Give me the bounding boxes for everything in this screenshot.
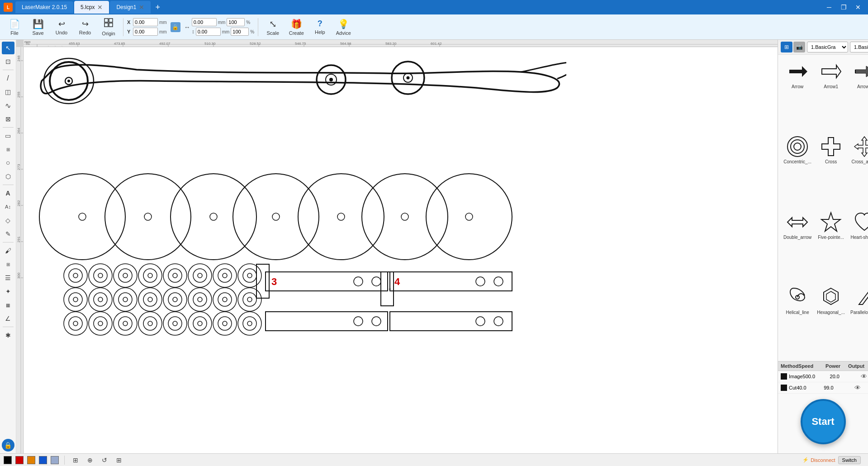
w-input[interactable]: [192, 18, 217, 26]
tool-table[interactable]: ▦: [2, 299, 14, 311]
color-red[interactable]: [15, 456, 24, 464]
tool-rect2[interactable]: ⊞: [2, 143, 14, 156]
tool-crop[interactable]: ⊠: [2, 113, 14, 125]
double-arrow-shape-icon: [786, 211, 809, 233]
shape-item-double-arrow[interactable]: Double_arrow: [782, 209, 813, 282]
svg-point-101: [143, 293, 157, 306]
file-button[interactable]: 📄 File: [4, 16, 25, 38]
shape-category-dropdown[interactable]: 1.BasicGra 1.BasicGra2: [807, 42, 848, 52]
bottom-tool-group[interactable]: ⊞: [70, 455, 81, 466]
tool-lock[interactable]: 🔒: [2, 439, 14, 452]
minimize-button[interactable]: ─: [823, 1, 835, 14]
disconnect-label: Disconnect: [811, 457, 835, 463]
tab-add-button[interactable]: +: [152, 1, 164, 14]
svg-text:264: 264: [17, 128, 21, 134]
svg-point-54: [79, 213, 86, 220]
shape-item-parallelogram[interactable]: Parallelogram: [849, 284, 868, 357]
shape-item-arrow2[interactable]: Arrow2: [849, 58, 868, 132]
tab-design-close[interactable]: ✕: [139, 4, 144, 11]
tool-rect[interactable]: ▭: [2, 129, 14, 142]
bottom-tool-grid2[interactable]: ⊞: [114, 455, 124, 466]
shape-type-dropdown[interactable]: 1.Basic 2.Advanced: [850, 42, 868, 52]
tool-select[interactable]: ↖: [2, 42, 14, 54]
help-button[interactable]: ? Help: [309, 16, 331, 38]
grid-view-button[interactable]: ⊞: [781, 42, 792, 52]
bottom-tool-rotate[interactable]: ↺: [99, 455, 110, 466]
tool-text2[interactable]: A↕: [2, 200, 14, 213]
advice-button[interactable]: 💡 Advice: [332, 16, 354, 38]
tool-line[interactable]: /: [2, 72, 14, 85]
tool-move[interactable]: ✦: [2, 285, 14, 298]
shape-item-arrow[interactable]: Arrow: [782, 58, 813, 132]
origin-button[interactable]: Origin: [98, 16, 119, 38]
maximize-button[interactable]: ❐: [837, 1, 850, 14]
color-black[interactable]: [4, 456, 12, 464]
shape-item-cross-arrow[interactable]: Cross_arrow: [849, 133, 868, 207]
heart-shape-icon: [853, 211, 868, 233]
shape-item-five-pointed[interactable]: Five-pointe...: [815, 209, 847, 282]
scale-button[interactable]: ⤡ Scale: [262, 16, 284, 38]
create-button[interactable]: 🎁 Create: [285, 16, 307, 38]
svg-point-63: [362, 174, 448, 260]
w-pct-input[interactable]: [227, 18, 245, 26]
create-label: Create: [289, 30, 304, 36]
tool-curve[interactable]: ∿: [2, 99, 14, 112]
tab-file-close[interactable]: ✕: [97, 4, 103, 11]
laser-visibility-image[interactable]: 👁: [853, 373, 868, 380]
title-bar: L LaserMaker 2.0.15 5.lcpx ✕ Design1 ✕ +…: [0, 0, 868, 14]
tab-design[interactable]: Design1 ✕: [110, 1, 151, 14]
tool-edit[interactable]: ✎: [2, 228, 14, 240]
lock-button[interactable]: 🔒: [171, 22, 180, 32]
disconnect-button[interactable]: ⚡ Disconnect: [802, 457, 835, 463]
tool-select2[interactable]: ⊡: [2, 55, 14, 68]
tool-angle[interactable]: ∠: [2, 312, 14, 325]
tool-paint[interactable]: 🖌: [2, 244, 14, 257]
shape-item-arrow1[interactable]: Arrow1: [815, 58, 847, 132]
tool-layers[interactable]: ☰: [2, 271, 14, 284]
shape-item-concentric[interactable]: Concentric_...: [782, 133, 813, 207]
camera-view-button[interactable]: 📷: [793, 42, 805, 52]
tool-grid[interactable]: ⊞: [2, 258, 14, 271]
save-button[interactable]: 💾 Save: [27, 16, 49, 38]
svg-point-92: [69, 293, 82, 306]
tool-path[interactable]: ◫: [2, 86, 14, 98]
tool-eraser[interactable]: ◇: [2, 214, 14, 227]
color-orange[interactable]: [27, 456, 35, 464]
redo-button[interactable]: ↪ Redo: [74, 16, 96, 38]
switch-button[interactable]: Switch: [838, 456, 861, 464]
close-window-button[interactable]: ✕: [852, 1, 864, 14]
undo-button[interactable]: ↩ Undo: [51, 16, 72, 38]
svg-point-106: [188, 288, 212, 311]
h-input[interactable]: [196, 28, 221, 36]
laser-visibility-cut[interactable]: 👁: [846, 384, 868, 391]
tool-ellipse[interactable]: ○: [2, 157, 14, 169]
shape-item-heart[interactable]: Heart-shaped: [849, 209, 868, 282]
svg-text:473.85: 473.85: [114, 42, 125, 46]
tool-text[interactable]: A: [2, 187, 14, 200]
shape-item-hexagonal[interactable]: Hexagonal_...: [815, 284, 847, 357]
advice-label: Advice: [336, 30, 351, 36]
svg-text:455.63: 455.63: [69, 42, 80, 46]
tool-effects[interactable]: ✱: [2, 329, 14, 342]
shape-item-cross[interactable]: Cross: [815, 133, 847, 207]
redo-icon: ↪: [82, 19, 89, 29]
color-light-blue[interactable]: [51, 456, 59, 464]
shape-label-arrow2: Arrow2: [857, 84, 868, 89]
start-button[interactable]: Start: [801, 399, 846, 444]
canvas-area[interactable]: 51 455.63 473.85 492.07 510.30 528.52 54…: [16, 40, 778, 453]
color-blue[interactable]: [39, 456, 47, 464]
laser-method-cut-label: Cut: [789, 385, 797, 390]
canvas[interactable]: 3 4: [24, 47, 778, 453]
tool-polygon[interactable]: ⬡: [2, 170, 14, 183]
help-label: Help: [315, 29, 325, 35]
large-circles-row: [39, 174, 512, 260]
svg-point-53: [39, 174, 125, 260]
tab-file[interactable]: 5.lcpx ✕: [74, 1, 109, 14]
shape-item-helical[interactable]: Helical_line: [782, 284, 813, 357]
svg-point-95: [94, 293, 107, 306]
undo-label: Undo: [56, 30, 67, 35]
h-pct-input[interactable]: [231, 28, 249, 36]
bottom-tool-align[interactable]: ⊕: [85, 455, 95, 466]
y-input[interactable]: [133, 28, 158, 36]
x-input[interactable]: [133, 18, 158, 26]
